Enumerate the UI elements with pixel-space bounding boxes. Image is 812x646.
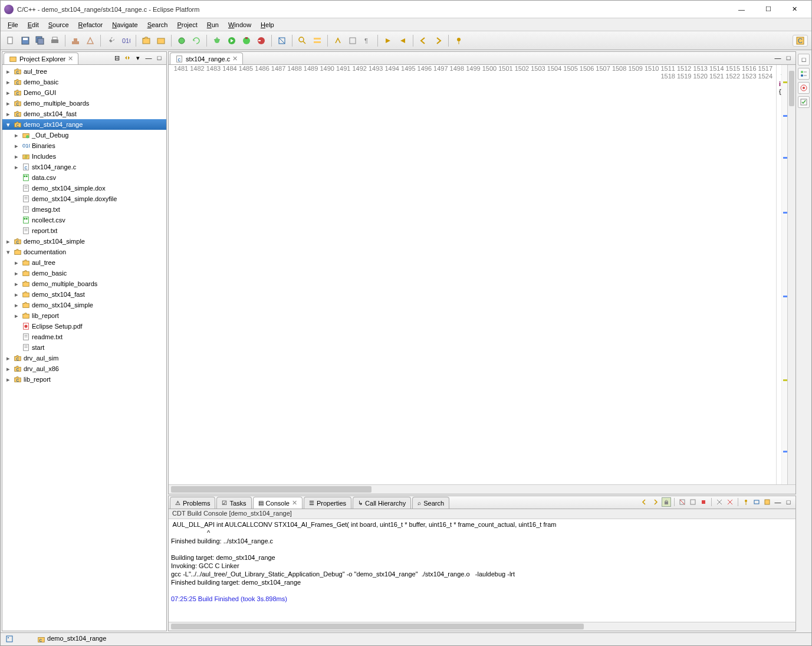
window-close-button[interactable]: ✕: [781, 1, 808, 18]
build-project-button[interactable]: [84, 34, 97, 47]
editor-horizontal-scrollbar[interactable]: [169, 484, 795, 494]
project-tree[interactable]: ▸caul_tree▸cdemo_basic▸cDemo_GUI▸cdemo_m…: [2, 65, 166, 631]
console-clear-button[interactable]: [678, 497, 687, 507]
menu-file[interactable]: File: [3, 20, 23, 29]
make-targets-view-icon[interactable]: [798, 82, 810, 94]
perspective-switcher[interactable]: C: [793, 35, 808, 47]
ext-tools-button[interactable]: [255, 34, 268, 47]
tree-item[interactable]: readme.txt: [2, 332, 166, 342]
forward-button[interactable]: [432, 34, 445, 47]
editor-body[interactable]: 1481 1482 1483 1484 1485 1486 1487 1488 …: [169, 65, 795, 484]
tree-item[interactable]: ▾documentation: [2, 247, 166, 257]
search-button[interactable]: [296, 34, 309, 47]
maximize-view-button[interactable]: □: [154, 53, 164, 63]
console-remove-all-button[interactable]: [725, 497, 735, 507]
tree-item[interactable]: ▸cdemo_multiple_boards: [2, 98, 166, 109]
window-maximize-button[interactable]: ☐: [755, 1, 781, 18]
source-code[interactable]: as a negative value. */ int main( int ar…: [777, 65, 781, 484]
tree-item[interactable]: ▸cDemo_GUI: [2, 87, 166, 98]
tree-item[interactable]: ▸cdrv_aul_sim: [2, 353, 166, 363]
outline-view-icon[interactable]: [798, 68, 810, 80]
tree-item[interactable]: ▸demo_multiple_boards: [2, 278, 166, 289]
console-prev-button[interactable]: [640, 497, 650, 507]
tree-item[interactable]: ▾cdemo_stx104_range: [2, 119, 166, 130]
tab-tasks[interactable]: ☑Tasks: [216, 497, 251, 509]
view-menu-button[interactable]: ▾: [133, 53, 143, 63]
project-explorer-tab[interactable]: Project Explorer ✕: [4, 53, 78, 64]
tree-item[interactable]: ▸cstx104_range.c: [2, 162, 166, 172]
menu-search[interactable]: Search: [143, 20, 173, 29]
build-all-button[interactable]: [69, 34, 82, 47]
refresh-button[interactable]: [190, 34, 203, 47]
link-editor-button[interactable]: [123, 53, 132, 63]
show-whitespace-button[interactable]: ¶: [361, 34, 374, 47]
tree-item[interactable]: ▸cdemo_stx104_simple: [2, 236, 166, 247]
new-folder-button[interactable]: [154, 34, 167, 47]
menu-project[interactable]: Project: [173, 20, 202, 29]
tree-item[interactable]: ▸cdrv_aul_x86: [2, 363, 166, 374]
tree-item[interactable]: ncollect.csv: [2, 215, 166, 225]
close-icon[interactable]: ✕: [68, 55, 73, 63]
debug-button[interactable]: [211, 34, 223, 47]
tree-item[interactable]: ▸cdemo_stx104_fast: [2, 109, 166, 119]
tree-item[interactable]: dmesg.txt: [2, 204, 166, 215]
console-terminate-button[interactable]: [699, 497, 708, 507]
task-list-view-icon[interactable]: [798, 96, 810, 108]
console-pin-button[interactable]: [741, 497, 751, 507]
tree-item[interactable]: demo_stx104_simple.dox: [2, 183, 166, 194]
console-horizontal-scrollbar[interactable]: [169, 622, 795, 631]
tab-console[interactable]: ▤Console ✕: [253, 497, 303, 509]
tree-item[interactable]: ▸demo_stx104_fast: [2, 289, 166, 300]
next-annotation-button[interactable]: [382, 34, 395, 47]
open-type-button[interactable]: [275, 34, 288, 47]
annotations-button[interactable]: [311, 34, 324, 47]
menu-run[interactable]: Run: [202, 20, 223, 29]
tree-item[interactable]: ▸caul_tree: [2, 66, 166, 77]
tree-item[interactable]: ▸demo_stx104_simple: [2, 300, 166, 310]
maximize-bottom-button[interactable]: □: [784, 497, 793, 507]
collapse-all-button[interactable]: ⊟: [112, 53, 121, 63]
tab-problems[interactable]: ⚠Problems: [170, 497, 215, 509]
minimize-bottom-button[interactable]: —: [773, 497, 783, 507]
tab-call-hierarchy[interactable]: ↳Call Hierarchy: [353, 497, 411, 509]
new-button[interactable]: [4, 34, 17, 47]
menu-source[interactable]: Source: [44, 20, 74, 29]
tree-item[interactable]: ▸_Out_Debug: [2, 130, 166, 140]
restore-button[interactable]: □: [798, 54, 810, 65]
profile-button[interactable]: [240, 34, 253, 47]
save-button[interactable]: [19, 34, 32, 47]
tree-item[interactable]: ▸aul_tree: [2, 257, 166, 268]
tree-item[interactable]: ▸clib_report: [2, 374, 166, 385]
console-open-button[interactable]: [762, 497, 772, 507]
menu-refactor[interactable]: Refactor: [74, 20, 108, 29]
tree-item[interactable]: ▸010Binaries: [2, 140, 166, 151]
console-next-button[interactable]: [651, 497, 660, 507]
run-button[interactable]: [225, 34, 238, 47]
minimize-view-button[interactable]: —: [144, 53, 153, 63]
close-icon[interactable]: ✕: [232, 55, 238, 63]
vertical-scrollbar[interactable]: [787, 65, 795, 484]
menu-navigate[interactable]: Navigate: [107, 20, 142, 29]
new-class-button[interactable]: [175, 34, 188, 47]
tree-item[interactable]: ▸cdemo_basic: [2, 77, 166, 87]
new-project-button[interactable]: [140, 34, 153, 47]
console-output[interactable]: AUL_DLL_API int AULCALLCONV STX104_AI_Fr…: [169, 519, 795, 622]
overview-ruler[interactable]: [781, 65, 787, 484]
tree-item[interactable]: data.csv: [2, 172, 166, 183]
console-display-button[interactable]: [752, 497, 761, 507]
menu-help[interactable]: Help: [256, 20, 279, 29]
tree-item[interactable]: ▸lib_report: [2, 310, 166, 321]
wrench-button[interactable]: [104, 34, 117, 47]
pinned-button[interactable]: [452, 34, 465, 47]
save-all-button[interactable]: [34, 34, 47, 47]
tab-search[interactable]: ⌕Search: [412, 497, 449, 509]
tree-item[interactable]: ▸demo_basic: [2, 268, 166, 278]
tree-item[interactable]: Eclipse Setup.pdf: [2, 321, 166, 332]
tab-properties[interactable]: ☰Properties: [304, 497, 351, 509]
back-button[interactable]: [417, 34, 430, 47]
window-minimize-button[interactable]: —: [728, 1, 755, 18]
tree-item[interactable]: ▸#Includes: [2, 151, 166, 162]
tree-item[interactable]: demo_stx104_simple.doxyfile: [2, 194, 166, 204]
maximize-editor-button[interactable]: □: [784, 53, 793, 63]
minimize-editor-button[interactable]: —: [773, 53, 783, 63]
